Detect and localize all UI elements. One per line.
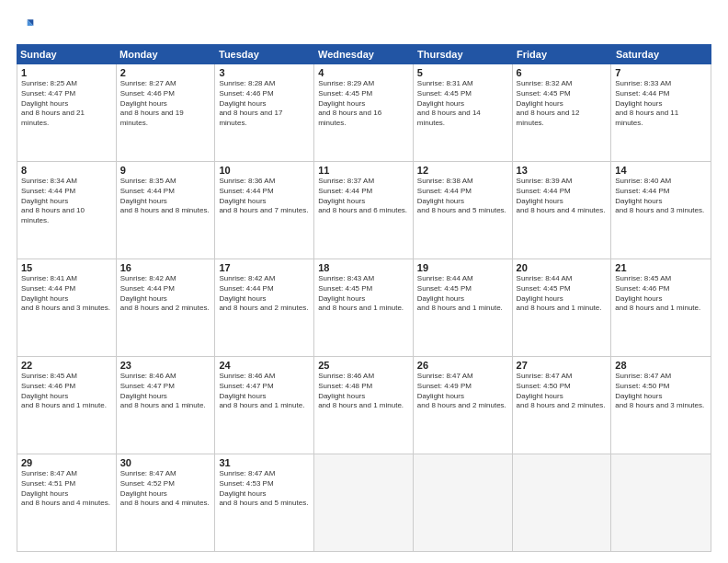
cell-text: Sunrise: 8:31 AMSunset: 4:45 PMDaylight …: [417, 79, 508, 129]
page: SundayMondayTuesdayWednesdayThursdayFrid…: [0, 0, 728, 563]
day-cell-20: 20Sunrise: 8:44 AMSunset: 4:45 PMDayligh…: [513, 259, 612, 356]
cell-text: Sunrise: 8:36 AMSunset: 4:44 PMDaylight …: [219, 177, 310, 216]
day-number: 17: [219, 262, 310, 273]
cell-text: Sunrise: 8:47 AMSunset: 4:53 PMDaylight …: [219, 469, 310, 509]
header-day-wednesday: Wednesday: [314, 44, 414, 64]
day-cell-28: 28Sunrise: 8:47 AMSunset: 4:50 PMDayligh…: [611, 357, 711, 454]
cell-text: Sunrise: 8:39 AMSunset: 4:44 PMDaylight …: [517, 177, 608, 216]
cell-text: Sunrise: 8:47 AMSunset: 4:50 PMDaylight …: [615, 372, 707, 411]
day-cell-11: 11Sunrise: 8:37 AMSunset: 4:44 PMDayligh…: [314, 162, 414, 259]
day-cell-6: 6Sunrise: 8:32 AMSunset: 4:45 PMDaylight…: [513, 64, 612, 161]
day-cell-19: 19Sunrise: 8:44 AMSunset: 4:45 PMDayligh…: [414, 259, 513, 356]
day-cell-5: 5Sunrise: 8:31 AMSunset: 4:45 PMDaylight…: [414, 64, 513, 161]
cell-text: Sunrise: 8:42 AMSunset: 4:44 PMDaylight …: [120, 274, 211, 314]
day-cell-25: 25Sunrise: 8:46 AMSunset: 4:48 PMDayligh…: [314, 357, 414, 454]
day-cell-1: 1Sunrise: 8:25 AMSunset: 4:47 PMDaylight…: [17, 64, 117, 161]
header-day-sunday: Sunday: [17, 44, 116, 64]
empty-cell: [314, 454, 414, 551]
day-number: 3: [219, 67, 310, 78]
day-number: 5: [417, 67, 508, 78]
day-cell-24: 24Sunrise: 8:46 AMSunset: 4:47 PMDayligh…: [215, 357, 314, 454]
day-cell-12: 12Sunrise: 8:38 AMSunset: 4:44 PMDayligh…: [414, 162, 513, 259]
calendar-row-5: 29Sunrise: 8:47 AMSunset: 4:51 PMDayligh…: [17, 454, 711, 551]
day-number: 10: [219, 165, 310, 176]
day-number: 13: [517, 165, 608, 176]
day-cell-21: 21Sunrise: 8:45 AMSunset: 4:46 PMDayligh…: [611, 259, 711, 356]
cell-text: Sunrise: 8:46 AMSunset: 4:47 PMDaylight …: [219, 372, 310, 411]
day-number: 16: [120, 262, 211, 273]
calendar-header: SundayMondayTuesdayWednesdayThursdayFrid…: [17, 44, 711, 64]
header-day-friday: Friday: [513, 44, 612, 64]
day-cell-16: 16Sunrise: 8:42 AMSunset: 4:44 PMDayligh…: [117, 259, 216, 356]
day-cell-26: 26Sunrise: 8:47 AMSunset: 4:49 PMDayligh…: [414, 357, 513, 454]
day-cell-31: 31Sunrise: 8:47 AMSunset: 4:53 PMDayligh…: [215, 454, 314, 551]
calendar-row-4: 22Sunrise: 8:45 AMSunset: 4:46 PMDayligh…: [17, 357, 711, 454]
day-cell-13: 13Sunrise: 8:39 AMSunset: 4:44 PMDayligh…: [513, 162, 612, 259]
day-cell-8: 8Sunrise: 8:34 AMSunset: 4:44 PMDaylight…: [17, 162, 117, 259]
day-number: 29: [21, 457, 112, 468]
calendar: SundayMondayTuesdayWednesdayThursdayFrid…: [17, 44, 711, 552]
day-number: 21: [615, 262, 707, 273]
day-number: 27: [517, 360, 608, 371]
day-number: 30: [120, 457, 211, 468]
cell-text: Sunrise: 8:43 AMSunset: 4:45 PMDaylight …: [318, 274, 409, 314]
logo: [17, 17, 39, 35]
cell-text: Sunrise: 8:40 AMSunset: 4:44 PMDaylight …: [615, 177, 707, 216]
day-number: 22: [21, 360, 112, 371]
cell-text: Sunrise: 8:44 AMSunset: 4:45 PMDaylight …: [517, 274, 608, 314]
day-cell-3: 3Sunrise: 8:28 AMSunset: 4:46 PMDaylight…: [215, 64, 314, 161]
cell-text: Sunrise: 8:35 AMSunset: 4:44 PMDaylight …: [120, 177, 211, 216]
day-number: 11: [318, 165, 409, 176]
cell-text: Sunrise: 8:37 AMSunset: 4:44 PMDaylight …: [318, 177, 409, 216]
cell-text: Sunrise: 8:41 AMSunset: 4:44 PMDaylight …: [21, 274, 112, 314]
day-number: 28: [615, 360, 707, 371]
calendar-row-3: 15Sunrise: 8:41 AMSunset: 4:44 PMDayligh…: [17, 259, 711, 357]
day-cell-9: 9Sunrise: 8:35 AMSunset: 4:44 PMDaylight…: [117, 162, 216, 259]
cell-text: Sunrise: 8:28 AMSunset: 4:46 PMDaylight …: [219, 79, 310, 129]
day-cell-18: 18Sunrise: 8:43 AMSunset: 4:45 PMDayligh…: [314, 259, 414, 356]
day-cell-23: 23Sunrise: 8:46 AMSunset: 4:47 PMDayligh…: [117, 357, 216, 454]
day-number: 2: [120, 67, 211, 78]
calendar-body-outer: 1Sunrise: 8:25 AMSunset: 4:47 PMDaylight…: [17, 64, 711, 552]
cell-text: Sunrise: 8:34 AMSunset: 4:44 PMDaylight …: [21, 177, 112, 226]
header: [17, 17, 711, 35]
day-cell-30: 30Sunrise: 8:47 AMSunset: 4:52 PMDayligh…: [117, 454, 216, 551]
calendar-row-1: 1Sunrise: 8:25 AMSunset: 4:47 PMDaylight…: [17, 64, 711, 162]
day-number: 14: [615, 165, 707, 176]
cell-text: Sunrise: 8:47 AMSunset: 4:52 PMDaylight …: [120, 469, 211, 509]
day-number: 26: [417, 360, 508, 371]
calendar-body: 1Sunrise: 8:25 AMSunset: 4:47 PMDaylight…: [17, 64, 711, 551]
day-cell-27: 27Sunrise: 8:47 AMSunset: 4:50 PMDayligh…: [513, 357, 612, 454]
empty-cell: [611, 454, 711, 551]
day-cell-22: 22Sunrise: 8:45 AMSunset: 4:46 PMDayligh…: [17, 357, 117, 454]
cell-text: Sunrise: 8:42 AMSunset: 4:44 PMDaylight …: [219, 274, 310, 314]
day-cell-10: 10Sunrise: 8:36 AMSunset: 4:44 PMDayligh…: [215, 162, 314, 259]
cell-text: Sunrise: 8:44 AMSunset: 4:45 PMDaylight …: [417, 274, 508, 314]
day-number: 1: [21, 67, 112, 78]
day-number: 9: [120, 165, 211, 176]
day-number: 25: [318, 360, 409, 371]
day-cell-17: 17Sunrise: 8:42 AMSunset: 4:44 PMDayligh…: [215, 259, 314, 356]
day-number: 31: [219, 457, 310, 468]
day-number: 6: [517, 67, 608, 78]
day-number: 24: [219, 360, 310, 371]
day-cell-2: 2Sunrise: 8:27 AMSunset: 4:46 PMDaylight…: [117, 64, 216, 161]
day-number: 19: [417, 262, 508, 273]
cell-text: Sunrise: 8:47 AMSunset: 4:51 PMDaylight …: [21, 469, 112, 509]
empty-cell: [414, 454, 513, 551]
cell-text: Sunrise: 8:32 AMSunset: 4:45 PMDaylight …: [517, 79, 608, 129]
day-cell-29: 29Sunrise: 8:47 AMSunset: 4:51 PMDayligh…: [17, 454, 117, 551]
day-number: 18: [318, 262, 409, 273]
cell-text: Sunrise: 8:45 AMSunset: 4:46 PMDaylight …: [21, 372, 112, 411]
cell-text: Sunrise: 8:33 AMSunset: 4:44 PMDaylight …: [615, 79, 707, 129]
header-day-thursday: Thursday: [414, 44, 513, 64]
cell-text: Sunrise: 8:38 AMSunset: 4:44 PMDaylight …: [417, 177, 508, 216]
day-number: 4: [318, 67, 409, 78]
day-number: 12: [417, 165, 508, 176]
day-number: 23: [120, 360, 211, 371]
day-cell-15: 15Sunrise: 8:41 AMSunset: 4:44 PMDayligh…: [17, 259, 117, 356]
day-cell-14: 14Sunrise: 8:40 AMSunset: 4:44 PMDayligh…: [611, 162, 711, 259]
day-number: 15: [21, 262, 112, 273]
cell-text: Sunrise: 8:47 AMSunset: 4:50 PMDaylight …: [517, 372, 608, 411]
day-cell-4: 4Sunrise: 8:29 AMSunset: 4:45 PMDaylight…: [314, 64, 414, 161]
